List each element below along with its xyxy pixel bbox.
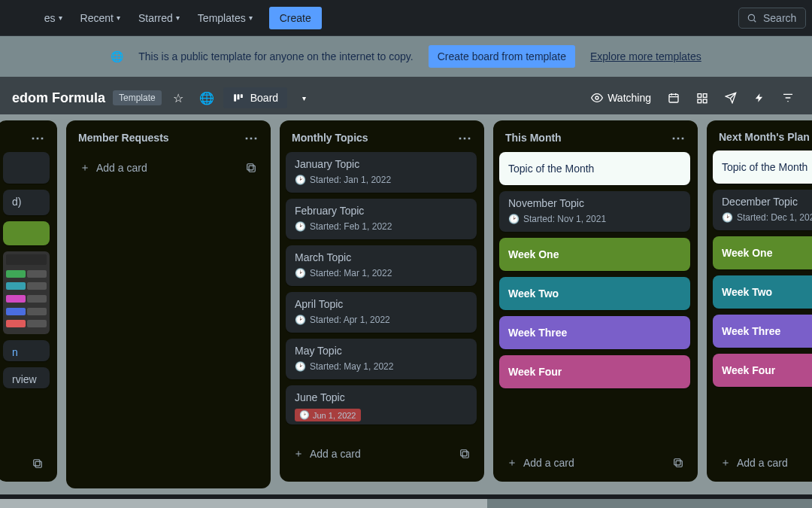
card[interactable]: Week One bbox=[499, 238, 690, 271]
watching-button[interactable]: Watching bbox=[585, 87, 657, 108]
banner-text: This is a public template for anyone on … bbox=[138, 50, 414, 62]
svg-rect-9 bbox=[703, 99, 707, 103]
view-chevron-icon[interactable]: ▾ bbox=[292, 86, 316, 110]
star-icon[interactable]: ☆ bbox=[166, 86, 190, 110]
card-title: Week Two bbox=[508, 287, 559, 300]
card[interactable]: d) bbox=[3, 190, 50, 215]
card[interactable] bbox=[3, 152, 50, 184]
globe-visibility-icon[interactable]: 🌐 bbox=[195, 86, 219, 110]
create-button[interactable]: Create bbox=[269, 7, 322, 29]
add-card-button[interactable]: ＋ Add a card bbox=[717, 453, 812, 473]
nav-templates[interactable]: Templates ▾ bbox=[190, 8, 260, 29]
card[interactable]: n bbox=[3, 340, 50, 361]
template-banner: 🌐 This is a public template for anyone o… bbox=[0, 36, 812, 77]
filter-icon[interactable] bbox=[776, 86, 800, 110]
card[interactable]: May Topic 🕑Started: May 1, 2022 bbox=[286, 339, 477, 379]
automation-icon[interactable] bbox=[719, 86, 743, 110]
list-title[interactable]: Member Requests bbox=[78, 132, 169, 144]
board-title[interactable]: edom Formula bbox=[12, 90, 105, 106]
card[interactable] bbox=[3, 221, 50, 245]
list-title[interactable]: Next Month's Plan bbox=[719, 131, 810, 143]
card-template-icon[interactable] bbox=[29, 455, 47, 473]
overdue-badge: 🕑Jun 1, 2022 bbox=[295, 409, 361, 421]
plus-icon: ＋ bbox=[293, 447, 304, 461]
card[interactable]: January Topic 🕑Started: Jan 1, 2022 bbox=[286, 152, 477, 193]
clock-icon: 🕑 bbox=[508, 214, 520, 224]
card[interactable]: Week Three bbox=[713, 315, 812, 348]
card-title: Week Four bbox=[508, 366, 562, 378]
chevron-down-icon: ▾ bbox=[249, 14, 253, 22]
card-title: Week Four bbox=[722, 364, 775, 376]
card[interactable]: November Topic 🕑Started: Nov 1, 2021 bbox=[499, 191, 690, 232]
card[interactable]: April Topic 🕑Started: Apr 1, 2022 bbox=[286, 292, 477, 333]
list-menu-icon[interactable]: ⋯ bbox=[671, 131, 686, 144]
card[interactable]: December Topic 🕑Started: Dec 1, 2021 bbox=[713, 190, 812, 230]
add-card-button[interactable]: ＋ Add a card bbox=[77, 158, 242, 178]
nav-label: Recent bbox=[80, 12, 114, 24]
eye-icon bbox=[591, 92, 603, 104]
list-menu-icon[interactable]: ⋯ bbox=[244, 131, 259, 144]
clock-icon: 🕑 bbox=[295, 315, 306, 325]
nav-starred[interactable]: Starred ▾ bbox=[131, 8, 187, 29]
card[interactable]: Topic of the Month bbox=[499, 152, 690, 185]
nav-recent[interactable]: Recent ▾ bbox=[73, 8, 128, 29]
svg-rect-10 bbox=[34, 460, 40, 466]
card-cover-thumbnail[interactable] bbox=[3, 251, 50, 334]
calendar-icon[interactable] bbox=[662, 86, 686, 110]
bolt-icon[interactable] bbox=[747, 86, 771, 110]
clock-icon: 🕑 bbox=[295, 175, 306, 185]
plus-icon: ＋ bbox=[720, 456, 731, 470]
card[interactable]: Week Three bbox=[499, 316, 690, 349]
svg-rect-16 bbox=[674, 459, 680, 465]
card[interactable]: Week Two bbox=[713, 275, 812, 309]
create-from-template-button[interactable]: Create board from template bbox=[429, 45, 575, 68]
svg-rect-5 bbox=[669, 94, 678, 102]
card[interactable]: June Topic 🕑Jun 1, 2022 bbox=[286, 385, 477, 424]
plus-icon: ＋ bbox=[80, 161, 90, 175]
add-card-button[interactable]: ＋ Add a card bbox=[504, 453, 669, 473]
card-title: May Topic bbox=[295, 345, 468, 357]
list-menu-icon[interactable]: ⋯ bbox=[458, 131, 472, 144]
nav-label: Starred bbox=[138, 12, 173, 24]
nav-workspaces[interactable]: Workspaces es▾ bbox=[0, 8, 70, 29]
list-title[interactable]: Monthly Topics bbox=[292, 132, 368, 144]
card[interactable]: Week Two bbox=[499, 277, 690, 310]
card-title: December Topic bbox=[722, 196, 812, 208]
card[interactable]: Topic of the Month bbox=[713, 151, 812, 184]
globe-icon: 🌐 bbox=[111, 50, 123, 62]
clock-icon: 🕑 bbox=[295, 221, 306, 232]
horizontal-scrollbar[interactable] bbox=[0, 499, 812, 508]
card[interactable]: Week One bbox=[713, 236, 812, 269]
card[interactable]: Week Four bbox=[713, 354, 812, 387]
card-template-icon[interactable] bbox=[242, 159, 260, 177]
card-title: Topic of the Month bbox=[508, 163, 594, 175]
add-card-button[interactable]: ＋ Add a card bbox=[290, 444, 456, 464]
chevron-down-icon: ▾ bbox=[59, 14, 62, 22]
explore-templates-link[interactable]: Explore more templates bbox=[590, 50, 701, 62]
card-template-icon[interactable] bbox=[669, 454, 687, 472]
card[interactable]: Week Four bbox=[499, 355, 690, 388]
card-title: January Topic bbox=[295, 158, 468, 170]
card[interactable]: rview bbox=[3, 367, 50, 388]
list-title[interactable]: This Month bbox=[505, 132, 562, 144]
card-title: February Topic bbox=[295, 205, 468, 217]
board-canvas[interactable]: ⋯ d) n rview Member Requests bbox=[0, 114, 812, 494]
board-view-switcher[interactable]: Board bbox=[223, 87, 287, 108]
card-title: Week Three bbox=[508, 327, 567, 339]
card-template-icon[interactable] bbox=[456, 445, 474, 463]
card[interactable]: March Topic 🕑Started: Mar 1, 2022 bbox=[286, 245, 477, 286]
clock-icon: 🕑 bbox=[722, 212, 733, 223]
powerup-icon[interactable] bbox=[690, 86, 714, 110]
list-partial: ⋯ d) n rview bbox=[0, 120, 57, 482]
card[interactable]: February Topic 🕑Started: Feb 1, 2022 bbox=[286, 199, 477, 239]
nav-label: Templates bbox=[198, 12, 246, 24]
svg-rect-13 bbox=[249, 166, 255, 172]
watching-label: Watching bbox=[607, 92, 651, 104]
search-placeholder: Search bbox=[763, 12, 796, 24]
list-this-month: This Month ⋯ Topic of the Month November… bbox=[493, 120, 698, 482]
search-input[interactable]: Search bbox=[738, 8, 806, 29]
list-menu-icon[interactable]: ⋯ bbox=[31, 131, 45, 144]
svg-rect-6 bbox=[698, 94, 701, 98]
card-date-badge: Started: Nov 1, 2021 bbox=[523, 214, 606, 224]
add-card-label: Add a card bbox=[310, 448, 361, 460]
